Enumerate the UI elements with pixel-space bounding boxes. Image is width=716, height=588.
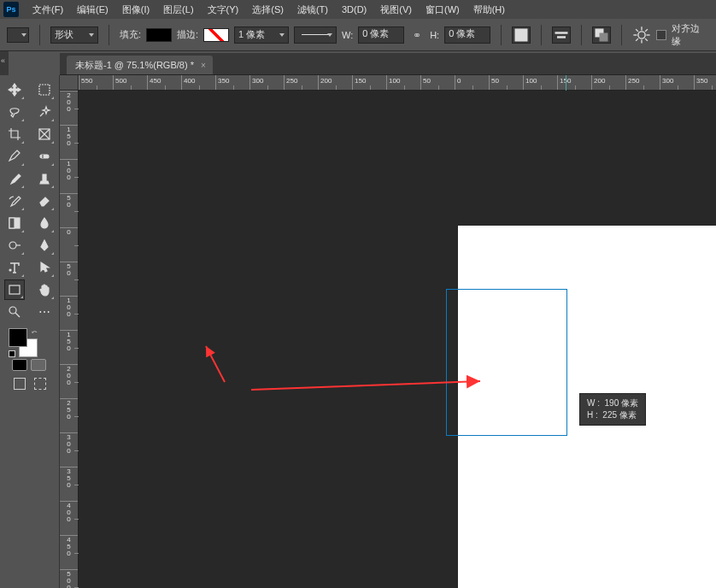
svg-rect-4	[600, 32, 608, 41]
magic-wand-tool[interactable]	[34, 102, 55, 122]
width-input[interactable]: 0 像素	[358, 26, 404, 44]
menu-file[interactable]: 文件(F)	[26, 2, 70, 18]
svg-line-24	[15, 313, 20, 317]
ruler-tick: 150	[557, 75, 591, 90]
drawing-selection-rect	[446, 289, 567, 436]
align-edges-checkbox[interactable]	[656, 30, 666, 40]
foreground-color-swatch[interactable]	[9, 328, 27, 347]
ruler-tick: 200	[60, 91, 78, 125]
blur-tool[interactable]	[34, 213, 55, 233]
stroke-style-dropdown[interactable]	[294, 26, 337, 44]
ruler-tick: 350	[60, 467, 78, 501]
menu-help[interactable]: 帮助(H)	[467, 2, 512, 18]
ruler-tick: 350	[215, 75, 249, 90]
history-brush-tool[interactable]	[4, 191, 25, 211]
path-selection-tool[interactable]	[34, 257, 55, 278]
screen-mode-button-2[interactable]	[34, 378, 46, 390]
ruler-tick: 100	[60, 159, 78, 193]
pen-tool[interactable]	[34, 235, 55, 256]
fill-swatch[interactable]	[146, 28, 172, 42]
slice-tool[interactable]	[34, 124, 55, 144]
svg-point-21	[9, 269, 11, 271]
ruler-tick: 450	[147, 75, 181, 90]
menu-image[interactable]: 图像(I)	[115, 2, 156, 18]
shape-mode-dropdown[interactable]: 形状	[50, 26, 98, 44]
document-tab[interactable]: 未标题-1 @ 75.1%(RGB/8) * ×	[67, 56, 213, 74]
gradient-tool[interactable]	[4, 213, 25, 233]
crop-tool[interactable]	[4, 124, 25, 144]
clone-stamp-tool[interactable]	[34, 168, 55, 189]
stroke-label: 描边:	[177, 28, 198, 41]
ruler-tick: 300	[660, 75, 694, 90]
vertical-ruler[interactable]: 2001501005005010015020025030035040045050…	[60, 91, 79, 588]
svg-line-10	[636, 29, 638, 32]
ruler-tick: 300	[249, 75, 284, 90]
svg-rect-19	[9, 218, 15, 228]
ruler-tick: 0	[455, 75, 489, 90]
svg-rect-2	[557, 36, 566, 38]
ruler-tick: 200	[60, 364, 78, 398]
height-input[interactable]: 0 像素	[444, 26, 490, 44]
svg-point-23	[9, 307, 16, 314]
svg-point-5	[638, 31, 645, 38]
ruler-tick: 50	[60, 193, 78, 227]
ruler-tick: 150	[60, 330, 78, 364]
width-label: W:	[342, 30, 353, 40]
ruler-tick: 300	[60, 432, 78, 467]
canvas-stage[interactable]: W : 190 像素 H : 225 像素	[79, 91, 716, 588]
dimension-tooltip: W : 190 像素 H : 225 像素	[579, 393, 646, 426]
zoom-tool[interactable]	[4, 302, 25, 322]
ruler-tick: 250	[60, 398, 78, 432]
type-tool[interactable]	[4, 257, 25, 278]
ruler-tick: 100	[60, 296, 78, 330]
healing-brush-tool[interactable]	[34, 146, 55, 167]
lasso-tool[interactable]	[4, 102, 25, 122]
menu-layer[interactable]: 图层(L)	[156, 2, 200, 18]
gear-icon[interactable]	[632, 26, 651, 44]
hand-tool[interactable]	[34, 279, 55, 300]
ruler-tick: 550	[79, 75, 113, 90]
path-combine-button[interactable]	[512, 26, 531, 44]
stroke-width-dropdown[interactable]: 1 像素	[234, 26, 289, 44]
path-align-button[interactable]	[552, 26, 571, 44]
horizontal-ruler[interactable]: 5505004504003503002502001501005005010015…	[79, 75, 716, 91]
close-icon[interactable]: ×	[201, 61, 206, 70]
edit-toolbar-button[interactable]: ⋯	[34, 302, 55, 322]
dodge-tool[interactable]	[4, 235, 25, 256]
move-tool[interactable]	[4, 79, 25, 100]
ruler-tick: 200	[591, 75, 625, 90]
foreground-background-colors[interactable]: ⤺	[9, 328, 38, 357]
toolbox: ⋯ ⤺	[0, 75, 60, 588]
ruler-origin[interactable]	[60, 75, 79, 91]
menu-select[interactable]: 选择(S)	[245, 2, 291, 18]
menu-view[interactable]: 视图(V)	[373, 2, 419, 18]
swap-colors-icon[interactable]: ⤺	[32, 328, 38, 336]
link-wh-icon[interactable]: ⚭	[409, 29, 425, 41]
brush-tool[interactable]	[4, 168, 25, 189]
eraser-tool[interactable]	[34, 191, 55, 211]
menu-filter[interactable]: 滤镜(T)	[291, 2, 335, 18]
annotation-arrow-1	[202, 343, 228, 385]
standard-mode-button[interactable]	[12, 359, 27, 371]
menu-text[interactable]: 文字(Y)	[201, 2, 246, 18]
quick-mask-button[interactable]	[31, 359, 46, 371]
rectangle-tool[interactable]	[4, 279, 25, 300]
default-colors-icon[interactable]	[9, 350, 15, 357]
svg-line-13	[645, 29, 648, 32]
ruler-tick: 150	[352, 75, 386, 90]
menu-edit[interactable]: 编辑(E)	[70, 2, 115, 18]
tool-preset-picker[interactable]	[7, 27, 29, 43]
svg-rect-16	[40, 155, 49, 158]
workspace: 5505004504003503002502001501005005010015…	[60, 75, 716, 588]
ruler-tick: 0	[60, 227, 78, 262]
document-tab-title: 未标题-1 @ 75.1%(RGB/8) *	[75, 59, 194, 72]
marquee-tool[interactable]	[34, 79, 55, 100]
screen-mode-button[interactable]	[14, 378, 26, 390]
path-arrange-button[interactable]	[592, 26, 611, 44]
eyedropper-tool[interactable]	[4, 146, 25, 167]
stroke-swatch[interactable]	[203, 28, 229, 42]
menu-3d[interactable]: 3D(D)	[335, 3, 373, 16]
menu-window[interactable]: 窗口(W)	[419, 2, 467, 18]
chevron-left-icon[interactable]: «	[1, 56, 5, 65]
photoshop-logo: Ps	[3, 2, 19, 17]
